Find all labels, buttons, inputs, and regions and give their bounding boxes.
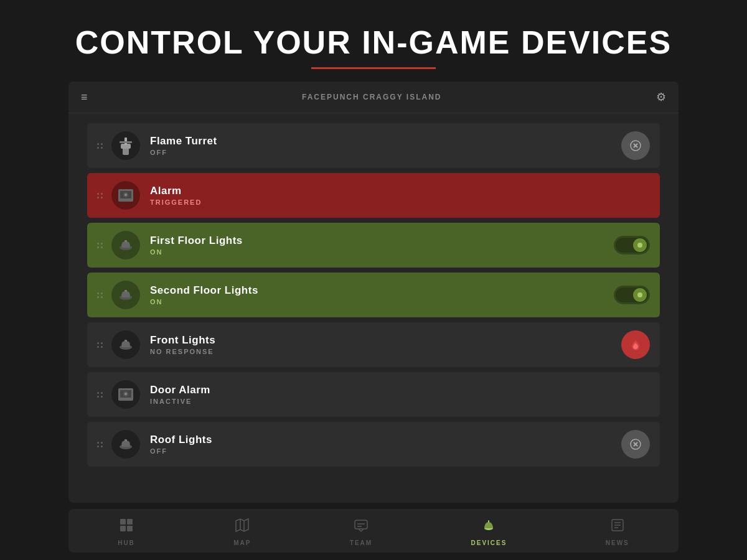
device-name-first-floor-lights: First Floor Lights <box>150 235 614 247</box>
device-icon-flame-turret <box>111 131 140 160</box>
nav-label-team: TEAM <box>350 539 372 546</box>
drag-handle-second-floor-lights <box>97 292 103 298</box>
device-row-door-alarm[interactable]: Door AlarmINACTIVE <box>87 372 660 417</box>
device-info-door-alarm: Door AlarmINACTIVE <box>150 384 650 405</box>
device-name-roof-lights: Roof Lights <box>150 434 621 446</box>
drag-handle-door-alarm <box>97 392 103 398</box>
nav-item-map[interactable]: MAP <box>233 518 251 546</box>
bottom-nav: HUB MAP TEAM DEVICES NEWS <box>68 509 679 553</box>
nav-icon-map <box>235 518 250 536</box>
svg-rect-32 <box>355 520 367 529</box>
control-btn-roof-lights[interactable] <box>621 430 650 459</box>
nav-label-news: NEWS <box>606 539 629 546</box>
svg-rect-12 <box>125 240 127 242</box>
nav-item-devices[interactable]: DEVICES <box>471 518 507 546</box>
svg-point-20 <box>125 393 127 395</box>
server-name: FACEPUNCH CRAGGY ISLAND <box>302 93 441 101</box>
svg-rect-26 <box>120 519 126 525</box>
device-row-flame-turret[interactable]: Flame TurretOFF <box>87 123 660 168</box>
toggle-first-floor-lights[interactable] <box>614 236 650 254</box>
device-status-alarm: TRIGGERED <box>150 198 650 206</box>
device-row-roof-lights[interactable]: Roof LightsOFF <box>87 422 660 467</box>
drag-handle-roof-lights <box>97 442 103 447</box>
drag-handle-flame-turret <box>97 143 103 149</box>
device-icon-second-floor-lights <box>111 281 140 309</box>
svg-rect-27 <box>127 519 133 525</box>
panel-header: ≡ FACEPUNCH CRAGGY ISLAND ⚙ <box>68 82 679 113</box>
device-name-door-alarm: Door Alarm <box>150 384 650 396</box>
device-row-alarm[interactable]: AlarmTRIGGERED <box>87 173 660 218</box>
page-title: CONTROL YOUR IN-GAME DEVICES <box>0 24 747 61</box>
nav-icon-hub <box>119 518 134 536</box>
nav-label-hub: HUB <box>118 539 135 546</box>
nav-icon-devices <box>481 518 496 536</box>
device-info-alarm: AlarmTRIGGERED <box>150 185 650 206</box>
nav-item-news[interactable]: NEWS <box>606 518 629 546</box>
device-icon-roof-lights <box>111 430 140 459</box>
device-row-first-floor-lights[interactable]: First Floor LightsON <box>87 223 660 268</box>
nav-icon-news <box>610 518 625 536</box>
drag-handle-front-lights <box>97 342 103 348</box>
nav-item-hub[interactable]: HUB <box>118 518 135 546</box>
nav-label-map: MAP <box>233 539 251 546</box>
device-name-front-lights: Front Lights <box>150 334 621 347</box>
device-info-first-floor-lights: First Floor LightsON <box>150 235 614 256</box>
svg-rect-14 <box>125 290 127 292</box>
device-status-first-floor-lights: ON <box>150 248 614 256</box>
svg-rect-28 <box>120 526 126 531</box>
settings-icon[interactable]: ⚙ <box>656 90 666 104</box>
panel-menu-icon[interactable]: ≡ <box>81 91 88 104</box>
title-underline <box>311 67 436 69</box>
device-name-flame-turret: Flame Turret <box>150 135 621 147</box>
device-info-front-lights: Front LightsNO RESPONSE <box>150 334 621 355</box>
drag-handle-alarm <box>97 193 103 198</box>
control-btn-front-lights[interactable] <box>621 330 650 359</box>
device-status-front-lights: NO RESPONSE <box>150 348 621 355</box>
toggle-second-floor-lights[interactable] <box>614 286 650 304</box>
device-icon-door-alarm <box>111 380 140 409</box>
nav-label-devices: DEVICES <box>471 539 507 546</box>
device-info-second-floor-lights: Second Floor LightsON <box>150 284 614 306</box>
svg-rect-3 <box>120 141 132 143</box>
device-list: Flame TurretOFF AlarmTRIGGERED First Flo… <box>68 113 679 503</box>
device-status-flame-turret: OFF <box>150 149 621 156</box>
device-row-second-floor-lights[interactable]: Second Floor LightsON <box>87 273 660 317</box>
device-name-alarm: Alarm <box>150 185 650 197</box>
svg-point-10 <box>125 194 127 196</box>
device-status-door-alarm: INACTIVE <box>150 398 650 405</box>
svg-rect-16 <box>125 340 127 342</box>
control-btn-flame-turret[interactable] <box>621 131 650 160</box>
svg-rect-29 <box>127 526 133 531</box>
page-header: CONTROL YOUR IN-GAME DEVICES <box>0 0 747 82</box>
device-icon-alarm <box>111 181 140 210</box>
device-info-roof-lights: Roof LightsOFF <box>150 434 621 455</box>
device-icon-first-floor-lights <box>111 231 140 259</box>
device-status-second-floor-lights: ON <box>150 298 614 306</box>
device-info-flame-turret: Flame TurretOFF <box>150 135 621 156</box>
nav-icon-team <box>354 518 369 536</box>
device-row-front-lights[interactable]: Front LightsNO RESPONSE <box>87 322 660 367</box>
svg-rect-36 <box>488 520 489 523</box>
device-icon-front-lights <box>111 330 140 359</box>
nav-item-team[interactable]: TEAM <box>350 518 372 546</box>
drag-handle-first-floor-lights <box>97 243 103 248</box>
device-status-roof-lights: OFF <box>150 447 621 455</box>
main-panel: ≡ FACEPUNCH CRAGGY ISLAND ⚙ Flame Turret… <box>68 82 679 503</box>
device-name-second-floor-lights: Second Floor Lights <box>150 284 614 297</box>
svg-rect-22 <box>125 439 127 441</box>
